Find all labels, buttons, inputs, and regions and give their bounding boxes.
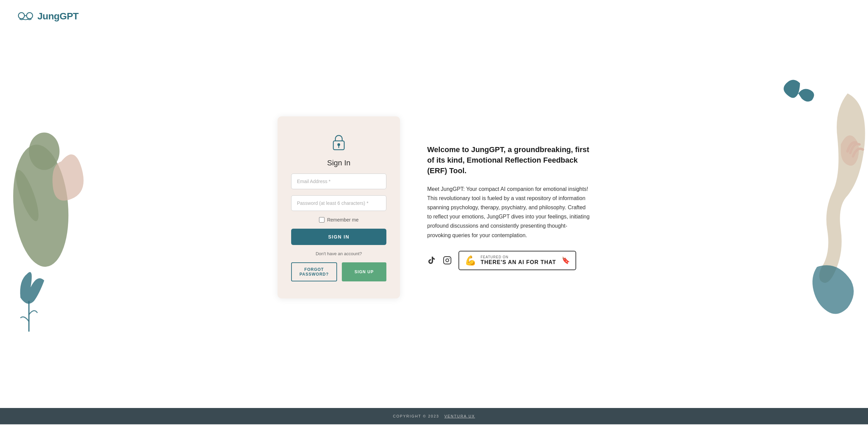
no-account-text: Don't have an account?: [316, 251, 362, 256]
bookmark-icon: 🔖: [562, 256, 570, 264]
svg-point-11: [446, 259, 449, 262]
password-input[interactable]: [291, 195, 386, 211]
right-content: Welcome to JungGPT, a groundbreaking, fi…: [427, 145, 590, 270]
muscle-icon: 💪: [465, 255, 477, 266]
remember-row: Remember me: [291, 217, 386, 223]
logo-text: JungGPT: [37, 11, 79, 22]
description-text: Meet JungGPT: Your compact AI companion …: [427, 184, 590, 240]
auth-buttons-row: FORGOT PASSWORD? SIGN UP: [291, 262, 386, 281]
signin-button[interactable]: SIGN IN: [291, 229, 386, 245]
svg-point-0: [18, 13, 24, 19]
featured-badge[interactable]: 💪 FEATURED ON THERE'S AN AI FOR THAT 🔖: [458, 251, 576, 270]
main-container: Sign In Remember me SIGN IN Don't have a…: [0, 0, 868, 408]
signin-title: Sign In: [327, 159, 351, 167]
email-input[interactable]: [291, 174, 386, 189]
svg-rect-10: [444, 257, 451, 264]
footer: COPYRIGHT © 2023 VENTURA UX: [0, 408, 868, 424]
footer-copyright: COPYRIGHT © 2023: [393, 414, 439, 418]
remember-checkbox[interactable]: [319, 217, 324, 223]
signup-button[interactable]: SIGN UP: [342, 262, 386, 281]
svg-point-12: [449, 258, 450, 259]
social-row: 💪 FEATURED ON THERE'S AN AI FOR THAT 🔖: [427, 251, 590, 270]
signin-card: Sign In Remember me SIGN IN Don't have a…: [278, 116, 400, 298]
instagram-icon[interactable]: [443, 256, 452, 265]
svg-point-1: [27, 13, 33, 19]
logo-icon: [17, 10, 34, 22]
featured-title: THERE'S AN AI FOR THAT: [481, 259, 556, 265]
lock-icon: [331, 133, 347, 152]
forgot-password-button[interactable]: FORGOT PASSWORD?: [291, 262, 337, 281]
remember-label: Remember me: [327, 217, 359, 223]
featured-text-block: FEATURED ON THERE'S AN AI FOR THAT: [481, 255, 556, 265]
header: JungGPT: [17, 10, 79, 22]
featured-on-label: FEATURED ON: [481, 255, 556, 259]
footer-link[interactable]: VENTURA UX: [444, 414, 475, 418]
tiktok-icon[interactable]: [427, 256, 436, 265]
welcome-heading: Welcome to JungGPT, a groundbreaking, fi…: [427, 145, 590, 176]
